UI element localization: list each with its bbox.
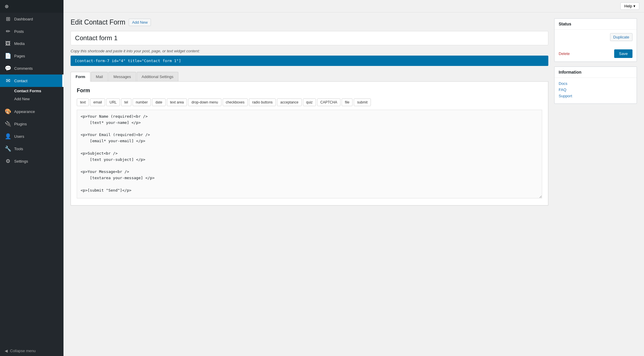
tag-button-submit[interactable]: submit [354,98,371,106]
sidebar-nav-plugins[interactable]: 🔌 Plugins [0,118,63,130]
form-panel: Form textemailURLtelnumberdatetext aread… [71,82,548,205]
sidebar-item-label: Contact [14,79,27,83]
tag-button-tel[interactable]: tel [121,98,131,106]
information-box: Information DocsFAQSupport [554,67,637,104]
tabs-row: Form Mail Messages Additional Settings [71,72,548,82]
tab-mail[interactable]: Mail [91,72,108,81]
tag-button-captcha[interactable]: CAPTCHA [317,98,340,106]
info-link-faq[interactable]: FAQ [559,88,632,92]
help-button[interactable]: Help ▾ [620,2,639,10]
shortcode-box[interactable]: [contact-form-7 id="4" title="Contact fo… [71,56,548,66]
collapse-label: Collapse menu [10,349,36,353]
sidebar-nav-settings[interactable]: ⚙ Settings [0,155,63,167]
tag-button-email[interactable]: email [90,98,105,106]
tag-button-drop-down-menu[interactable]: drop-down menu [188,98,221,106]
delete-link[interactable]: Delete [559,51,570,56]
duplicate-button[interactable]: Duplicate [610,33,632,41]
sidebar-item-add-new[interactable]: Add New [0,95,63,103]
settings-icon: ⚙ [5,158,11,164]
tag-button-number[interactable]: number [133,98,151,106]
status-box-content: Duplicate [555,30,637,47]
sidebar-nav-comments[interactable]: 💬 Comments [0,62,63,75]
comments-icon: 💬 [5,65,11,72]
sidebar-nav-tools[interactable]: 🔧 Tools [0,143,63,155]
appearance-icon: 🎨 [5,108,11,115]
tag-button-quiz[interactable]: quiz [303,98,316,106]
tag-button-checkboxes[interactable]: checkboxes [223,98,248,106]
content-area: Edit Contact Form Add New Copy this shor… [63,12,644,356]
tag-button-radio-buttons[interactable]: radio buttons [249,98,276,106]
media-icon: 🖼 [5,41,11,47]
sidebar-item-label: Dashboard [14,17,33,21]
sidebar-item-label: Appearance [14,109,35,114]
sidebar-item-contact-forms[interactable]: Contact Forms [0,87,63,95]
sidebar-nav-dashboard[interactable]: ⊞ Dashboard [0,13,63,25]
tag-button-text[interactable]: text [77,98,89,106]
status-box: Status Duplicate Delete Save [554,18,637,62]
tab-messages[interactable]: Messages [108,72,136,81]
save-button[interactable]: Save [614,49,632,58]
sidebar-logo: ⊛ [0,0,63,13]
help-chevron-icon: ▾ [633,4,635,8]
info-link-docs[interactable]: Docs [559,81,632,86]
sidebar-item-label: Posts [14,29,24,34]
side-column: Status Duplicate Delete Save Information… [554,18,637,350]
tag-button-acceptance[interactable]: acceptance [277,98,301,106]
posts-icon: ✏ [5,28,11,35]
plugins-icon: 🔌 [5,121,11,127]
active-indicator [62,75,63,87]
tab-additional-settings[interactable]: Additional Settings [137,72,179,81]
form-name-input[interactable] [71,31,548,45]
sidebar: ⊛ ⊞ Dashboard ✏ Posts 🖼 Media 📄 Pages 💬 … [0,0,63,356]
sidebar-item-label: Plugins [14,122,27,126]
collapse-icon: ◀ [5,349,8,353]
sidebar-nav-appearance[interactable]: 🎨 Appearance [0,105,63,118]
wp-logo-icon: ⊛ [5,4,9,9]
sidebar-item-label: Media [14,41,25,46]
form-code-textarea[interactable] [77,110,542,198]
status-box-title: Status [555,19,637,30]
collapse-menu[interactable]: ◀ Collapse menu [0,346,63,356]
information-links: DocsFAQSupport [555,78,637,103]
tag-button-file[interactable]: file [342,98,353,106]
main-area: Help ▾ Edit Contact Form Add New Copy th… [63,0,644,356]
sidebar-nav-media[interactable]: 🖼 Media [0,38,63,50]
main-column: Edit Contact Form Add New Copy this shor… [71,18,548,350]
users-icon: 👤 [5,133,11,140]
contact-icon: ✉ [5,77,11,84]
form-panel-title: Form [77,88,542,94]
contact-submenu: Contact Forms Add New [0,87,63,105]
pages-icon: 📄 [5,53,11,59]
tag-button-date[interactable]: date [152,98,165,106]
info-link-support[interactable]: Support [559,94,632,98]
sidebar-nav-contact[interactable]: ✉ Contact [0,75,63,87]
sidebar-item-label: Users [14,134,24,139]
tab-form[interactable]: Form [71,72,90,82]
tools-icon: 🔧 [5,145,11,152]
sidebar-item-label: Settings [14,159,28,164]
dashboard-icon: ⊞ [5,16,11,22]
information-box-title: Information [555,67,637,78]
tag-button-url[interactable]: URL [106,98,120,106]
sidebar-nav-pages[interactable]: 📄 Pages [0,50,63,62]
sidebar-item-label: Tools [14,147,23,151]
page-title: Edit Contact Form [71,18,125,26]
topbar: Help ▾ [63,0,644,12]
sidebar-item-label: Comments [14,66,33,71]
tag-button-text-area[interactable]: text area [167,98,187,106]
status-box-actions: Delete Save [555,47,637,62]
sidebar-nav-users[interactable]: 👤 Users [0,130,63,143]
add-new-button[interactable]: Add New [129,19,151,26]
help-label: Help [624,4,632,8]
shortcode-hint: Copy this shortcode and paste it into yo… [71,49,548,53]
sidebar-item-label: Pages [14,54,25,58]
tag-buttons-row: textemailURLtelnumberdatetext areadrop-d… [77,98,542,106]
page-title-row: Edit Contact Form Add New [71,18,548,26]
sidebar-nav-posts[interactable]: ✏ Posts [0,25,63,38]
